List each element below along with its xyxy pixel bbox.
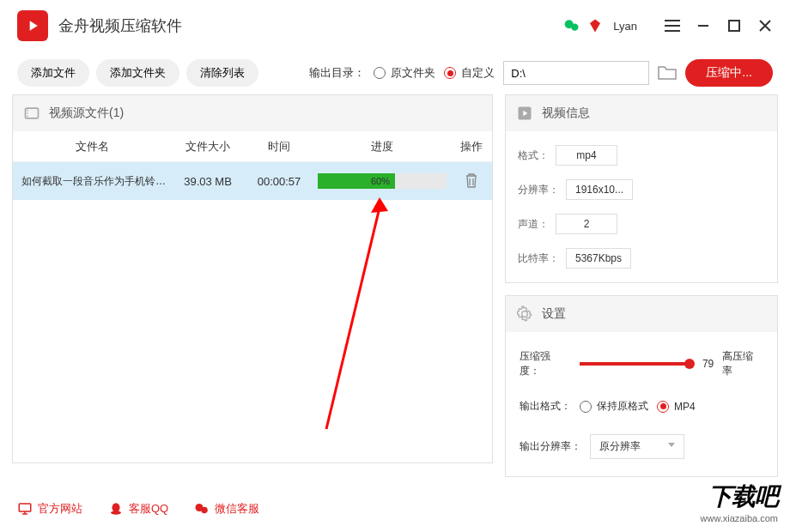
qq-support-link[interactable]: 客服QQ xyxy=(108,501,168,517)
settings-header: 设置 xyxy=(506,296,777,332)
format-mp4-radio[interactable]: MP4 xyxy=(657,401,696,413)
watermark: 下载吧 www.xiazaiba.com xyxy=(701,481,778,523)
wechat-icon[interactable] xyxy=(563,17,580,34)
delete-icon[interactable] xyxy=(465,172,478,188)
file-size: 39.03 MB xyxy=(171,175,245,188)
footer: 官方网站 客服QQ 微信客服 xyxy=(17,501,259,517)
radio-icon xyxy=(657,401,669,413)
video-icon xyxy=(23,105,40,122)
table-row[interactable]: 如何截取一段音乐作为手机铃声... 39.03 MB 00:00:57 60% xyxy=(13,162,492,200)
qq-icon xyxy=(108,501,124,517)
table-header: 文件名 文件大小 时间 进度 操作 xyxy=(13,131,492,162)
minimize-button[interactable] xyxy=(696,18,711,33)
info-channels: 声道： 2 xyxy=(518,214,634,234)
svg-point-5 xyxy=(27,112,28,114)
svg-point-12 xyxy=(111,511,121,515)
video-info-header: 视频信息 xyxy=(506,95,777,131)
info-resolution: 分辨率： 1916x10... xyxy=(518,179,634,200)
svg-point-4 xyxy=(27,110,28,112)
file-name: 如何截取一段音乐作为手机铃声... xyxy=(13,174,171,189)
maximize-button[interactable] xyxy=(726,18,742,33)
username[interactable]: Lyan xyxy=(613,20,637,33)
col-size: 文件大小 xyxy=(171,139,245,154)
col-time: 时间 xyxy=(245,139,313,154)
radio-icon xyxy=(374,67,386,79)
info-bitrate: 比特率： 5367Kbps xyxy=(518,248,634,269)
svg-point-11 xyxy=(112,503,120,512)
resolution-select[interactable]: 原分辨率 xyxy=(590,434,684,459)
gear-icon xyxy=(516,305,533,323)
progress-bar: 60% xyxy=(318,173,447,189)
col-progress: 进度 xyxy=(313,139,451,154)
ruby-icon xyxy=(587,18,603,33)
slider-thumb[interactable] xyxy=(684,359,695,369)
svg-point-6 xyxy=(27,116,28,118)
app-logo xyxy=(17,10,48,41)
svg-point-1 xyxy=(571,24,578,31)
compression-slider[interactable] xyxy=(580,362,694,366)
info-format: 格式： mp4 xyxy=(518,145,634,166)
svg-point-14 xyxy=(201,507,208,514)
wechat-support-icon xyxy=(194,501,210,517)
svg-rect-2 xyxy=(729,21,739,31)
output-dir-source-radio[interactable]: 原文件夹 xyxy=(374,65,435,81)
col-action: 操作 xyxy=(451,139,492,154)
svg-rect-10 xyxy=(19,504,31,511)
output-resolution-row: 输出分辨率： 原分辨率 xyxy=(520,434,763,459)
source-files-header: 视频源文件(1) xyxy=(13,95,492,131)
video-info-panel: 视频信息 格式： mp4 分辨率： 1916x10... 声道： 2 比特率： … xyxy=(505,94,778,283)
wechat-support-link[interactable]: 微信客服 xyxy=(194,501,259,517)
toolbar: 添加文件 添加文件夹 清除列表 输出目录： 原文件夹 自定义 压缩中... xyxy=(0,51,790,94)
add-folder-button[interactable]: 添加文件夹 xyxy=(96,59,179,87)
monitor-icon xyxy=(17,501,33,517)
play-square-icon xyxy=(516,105,533,122)
compress-button[interactable]: 压缩中... xyxy=(685,59,773,87)
output-dir-custom-radio[interactable]: 自定义 xyxy=(444,65,495,81)
close-button[interactable] xyxy=(757,18,773,33)
radio-icon xyxy=(580,401,592,413)
browse-folder-icon[interactable] xyxy=(658,65,677,81)
format-keep-radio[interactable]: 保持原格式 xyxy=(580,399,648,414)
col-name: 文件名 xyxy=(13,139,171,154)
radio-icon xyxy=(444,67,456,79)
menu-button[interactable] xyxy=(665,18,680,33)
source-files-panel: 视频源文件(1) 文件名 文件大小 时间 进度 操作 如何截取一段音乐作为手机铃… xyxy=(12,94,493,463)
clear-list-button[interactable]: 清除列表 xyxy=(186,59,258,87)
official-website-link[interactable]: 官方网站 xyxy=(17,501,82,517)
title-bar: 金舟视频压缩软件 Lyan xyxy=(0,0,790,51)
compression-strength-row: 压缩强度： 79 高压缩率 xyxy=(520,349,763,378)
add-file-button[interactable]: 添加文件 xyxy=(17,59,89,87)
file-progress: 60% xyxy=(313,173,451,189)
settings-panel: 设置 压缩强度： 79 高压缩率 输出格式： 保持原格式 xyxy=(505,295,778,477)
output-format-row: 输出格式： 保持原格式 MP4 xyxy=(520,399,763,414)
file-duration: 00:00:57 xyxy=(245,175,313,188)
app-title: 金舟视频压缩软件 xyxy=(58,15,182,36)
output-path-input[interactable] xyxy=(503,61,649,85)
output-dir-label: 输出目录： xyxy=(309,65,365,81)
play-icon xyxy=(24,17,41,34)
